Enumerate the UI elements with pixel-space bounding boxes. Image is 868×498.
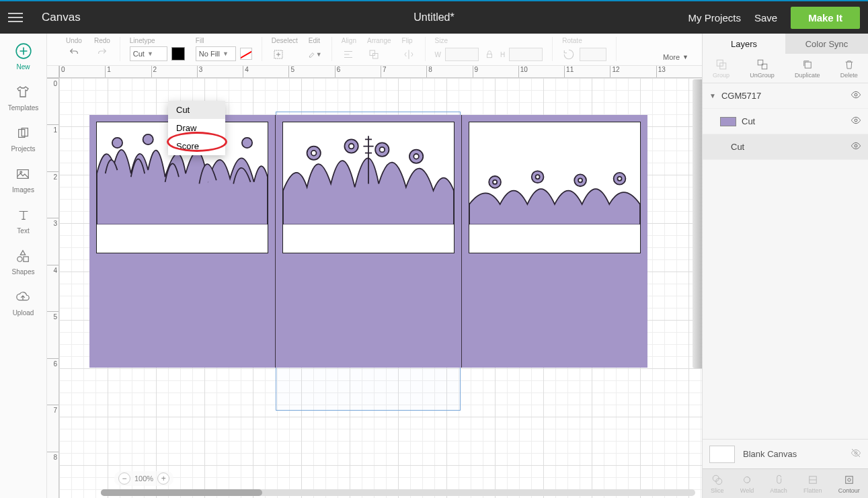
- sidebar-upload[interactable]: Upload: [13, 288, 34, 317]
- undo-button[interactable]: [67, 46, 81, 59]
- delete-button[interactable]: Delete: [840, 58, 858, 79]
- svg-point-19: [349, 144, 354, 149]
- blank-canvas-row[interactable]: Blank Canvas: [703, 439, 868, 468]
- svg-point-25: [493, 180, 497, 184]
- design-canvas[interactable]: [59, 78, 702, 498]
- linetype-option-cut[interactable]: Cut: [168, 101, 225, 119]
- svg-point-11: [112, 138, 122, 148]
- sidebar-shapes[interactable]: Shapes: [12, 247, 35, 276]
- duplicate-button[interactable]: Duplicate: [795, 58, 820, 79]
- rotate-input[interactable]: [580, 48, 606, 61]
- svg-point-5: [17, 257, 22, 261]
- image-icon: [13, 165, 32, 183]
- ruler-corner: [47, 66, 59, 78]
- tab-layers[interactable]: Layers: [703, 34, 785, 54]
- svg-point-15: [242, 138, 252, 148]
- layer-row-cut-2[interactable]: Cut: [703, 134, 868, 160]
- mat-edge: [693, 79, 702, 368]
- layer-row-cut-1[interactable]: Cut: [703, 109, 868, 134]
- horizontal-scrollbar[interactable]: [101, 489, 695, 496]
- svg-point-23: [413, 154, 419, 159]
- my-projects-link[interactable]: My Projects: [688, 12, 741, 24]
- svg-point-31: [617, 177, 621, 181]
- ruler-horizontal: 012345678910111213: [59, 66, 702, 78]
- svg-point-39: [855, 144, 857, 147]
- flatten-button[interactable]: Flatten: [803, 474, 822, 494]
- svg-point-4: [20, 171, 22, 173]
- contour-button[interactable]: Contour: [838, 474, 860, 494]
- svg-rect-9: [372, 54, 378, 59]
- zoom-value: 100%: [134, 474, 153, 483]
- linetype-dropdown[interactable]: Cut▼: [130, 46, 167, 61]
- visibility-toggle[interactable]: [851, 89, 861, 102]
- layer-swatch: [720, 117, 736, 126]
- visibility-toggle[interactable]: [851, 140, 861, 153]
- topbar: Canvas Untitled* My Projects Save Make I…: [0, 0, 868, 34]
- lock-ratio-icon[interactable]: [483, 48, 496, 61]
- svg-point-17: [311, 151, 317, 156]
- svg-point-38: [855, 119, 857, 122]
- arrange-button[interactable]: [367, 48, 381, 61]
- rotate-button[interactable]: [562, 48, 576, 61]
- edit-button[interactable]: ▼: [309, 48, 322, 61]
- svg-point-27: [536, 175, 540, 179]
- sidebar-images[interactable]: Images: [12, 165, 34, 194]
- app-area-title: Canvas: [42, 11, 81, 24]
- shapes-icon: [13, 247, 32, 265]
- ungroup-button[interactable]: UnGroup: [750, 58, 775, 79]
- zoom-in-button[interactable]: +: [157, 472, 169, 485]
- svg-point-29: [578, 178, 582, 182]
- more-button[interactable]: More▼: [663, 53, 695, 61]
- upload-icon: [13, 288, 32, 306]
- svg-point-21: [380, 147, 385, 153]
- linetype-color-swatch[interactable]: [171, 47, 185, 60]
- save-link[interactable]: Save: [754, 12, 777, 24]
- svg-rect-36: [805, 62, 811, 68]
- ruler-vertical: 012345678: [47, 78, 59, 498]
- fill-swatch[interactable]: [240, 48, 252, 60]
- weld-button[interactable]: Weld: [740, 474, 754, 494]
- svg-rect-8: [370, 50, 375, 56]
- layers-list: ▼ CGM5717 Cut Cut: [703, 83, 868, 439]
- sidebar-templates[interactable]: Templates: [8, 83, 39, 112]
- cards-icon: [14, 124, 33, 142]
- sidebar-new[interactable]: New: [14, 42, 33, 71]
- blank-canvas-swatch: [709, 446, 735, 463]
- width-input[interactable]: [445, 48, 479, 61]
- linetype-option-draw[interactable]: Draw: [168, 119, 225, 137]
- deselect-button[interactable]: [272, 48, 285, 61]
- canvas-area: 012345678910111213 012345678 − 100% +: [47, 66, 702, 498]
- zoom-control: − 100% +: [114, 471, 173, 486]
- align-button[interactable]: [342, 48, 355, 61]
- flip-button[interactable]: [402, 48, 416, 61]
- toolbar: Undo Redo Linetype Cut▼ Fill: [47, 34, 702, 66]
- linetype-menu: Cut Draw Score: [168, 101, 225, 155]
- svg-rect-44: [846, 476, 853, 483]
- left-sidebar: New Templates Projects Images Text Shape…: [0, 34, 47, 498]
- sidebar-text[interactable]: Text: [14, 206, 33, 235]
- chevron-down-icon[interactable]: ▼: [709, 92, 716, 99]
- make-it-button[interactable]: Make It: [791, 7, 860, 29]
- text-icon: [14, 206, 33, 224]
- slice-button[interactable]: Slice: [711, 474, 724, 494]
- tab-color-sync[interactable]: Color Sync: [785, 34, 868, 54]
- layer-row-root[interactable]: ▼ CGM5717: [703, 83, 868, 109]
- menu-button[interactable]: [8, 7, 28, 28]
- visibility-toggle[interactable]: [851, 115, 861, 128]
- height-input[interactable]: [509, 48, 543, 61]
- tshirt-icon: [13, 83, 32, 101]
- zoom-out-button[interactable]: −: [118, 472, 130, 485]
- svg-point-37: [855, 93, 857, 96]
- sidebar-projects[interactable]: Projects: [11, 124, 35, 153]
- group-button[interactable]: Group: [713, 58, 729, 79]
- plus-circle-icon: [14, 42, 33, 60]
- linetype-option-score[interactable]: Score: [168, 137, 225, 155]
- document-title: Untitled*: [413, 11, 454, 24]
- redo-button[interactable]: [95, 46, 109, 59]
- visibility-hidden-icon[interactable]: [851, 448, 861, 460]
- attach-button[interactable]: Attach: [770, 474, 787, 494]
- svg-point-45: [848, 478, 851, 481]
- svg-point-12: [143, 134, 153, 144]
- right-panel: Layers Color Sync Group UnGroup Duplicat…: [702, 34, 868, 498]
- fill-dropdown[interactable]: No Fill▼: [196, 46, 236, 61]
